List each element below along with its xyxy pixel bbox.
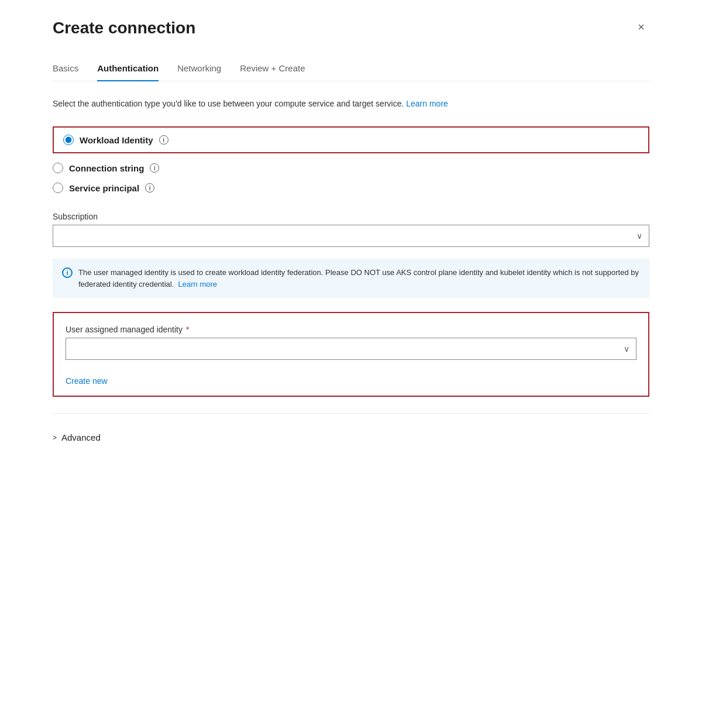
tab-review-create[interactable]: Review + Create (240, 56, 305, 81)
service-principal-info-icon[interactable]: i (145, 183, 154, 193)
tab-networking[interactable]: Networking (177, 56, 221, 81)
user-identity-section: User assigned managed identity * Create … (53, 312, 649, 397)
connection-string-label: Connection string (69, 163, 144, 173)
info-banner: i The user managed identity is used to c… (53, 259, 649, 298)
panel-header: Create connection × (53, 19, 649, 37)
required-indicator: * (184, 325, 189, 334)
service-principal-option[interactable]: Service principal i (53, 183, 649, 193)
tab-basics[interactable]: Basics (53, 56, 78, 81)
learn-more-link-description[interactable]: Learn more (406, 99, 448, 108)
learn-more-link-banner[interactable]: Learn more (178, 280, 217, 289)
authentication-type-group: Workload Identity i Connection string i … (53, 126, 649, 193)
tab-bar: Basics Authentication Networking Review … (53, 56, 649, 81)
subscription-field-group: Subscription (53, 212, 649, 247)
service-principal-label: Service principal (69, 183, 139, 193)
connection-string-info-icon[interactable]: i (150, 163, 159, 173)
info-banner-text: The user managed identity is used to cre… (78, 267, 640, 290)
close-button[interactable]: × (633, 19, 649, 35)
subscription-dropdown[interactable] (53, 225, 649, 247)
workload-identity-label: Workload Identity (80, 135, 153, 145)
advanced-section: > Advanced (53, 428, 649, 447)
divider (53, 413, 649, 414)
info-banner-icon: i (62, 267, 73, 278)
service-principal-radio[interactable] (53, 183, 63, 193)
workload-identity-radio[interactable] (63, 135, 74, 145)
tab-authentication[interactable]: Authentication (97, 56, 159, 81)
subscription-label: Subscription (53, 212, 649, 221)
connection-string-option[interactable]: Connection string i (53, 163, 649, 173)
user-identity-label: User assigned managed identity * (66, 325, 636, 334)
user-identity-dropdown-wrapper (66, 338, 636, 360)
advanced-toggle-button[interactable]: > Advanced (53, 428, 101, 447)
workload-identity-info-icon[interactable]: i (159, 135, 168, 145)
user-identity-dropdown[interactable] (66, 338, 636, 360)
advanced-label: Advanced (61, 432, 101, 442)
user-identity-field-group: User assigned managed identity * (66, 325, 636, 360)
description-text: Select the authentication type you'd lik… (53, 98, 649, 110)
create-new-link[interactable]: Create new (66, 376, 108, 386)
create-connection-panel: Create connection × Basics Authenticatio… (29, 0, 673, 466)
page-title: Create connection (53, 19, 195, 37)
subscription-dropdown-wrapper (53, 225, 649, 247)
connection-string-radio[interactable] (53, 163, 63, 173)
workload-identity-option[interactable]: Workload Identity i (53, 126, 649, 153)
advanced-toggle-icon: > (53, 434, 57, 442)
